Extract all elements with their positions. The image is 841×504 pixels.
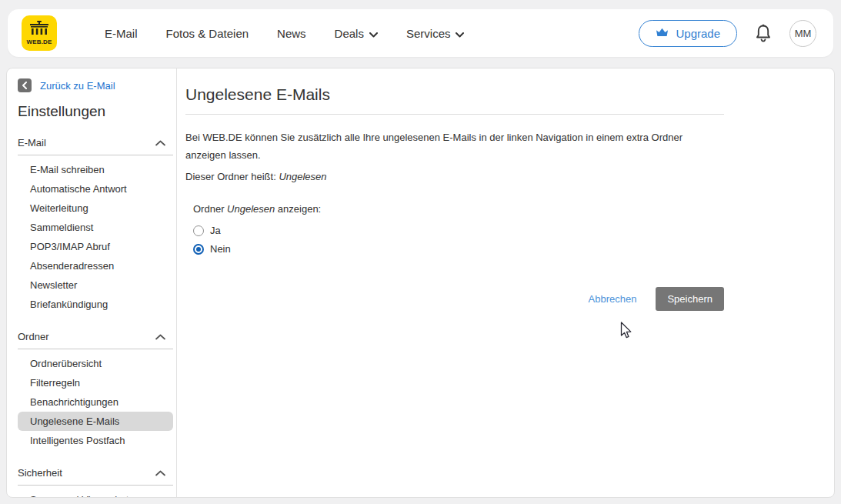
radio-option-nein[interactable]: Nein	[193, 243, 724, 255]
folder-line-prefix: Dieser Ordner heißt:	[185, 171, 279, 182]
nav-news-label: News	[277, 27, 306, 40]
user-avatar[interactable]: MM	[789, 20, 816, 47]
sidebar-item-filterregeln[interactable]: Filterregeln	[18, 373, 173, 392]
sidebar-item-sammeldienst[interactable]: Sammeldienst	[18, 218, 173, 237]
form-actions: Abbrechen Speichern	[185, 287, 724, 311]
back-arrow-icon	[18, 78, 32, 92]
section-label: E-Mail	[18, 137, 46, 149]
chevron-up-icon	[155, 137, 165, 149]
nav-deals-label: Deals	[335, 27, 364, 40]
nav-services-label: Services	[406, 27, 451, 40]
main-nav: E-Mail Fotos & Dateien News Deals Servic…	[105, 27, 464, 40]
sidebar-title: Einstellungen	[18, 103, 173, 120]
crown-icon	[656, 27, 669, 40]
settings-sidebar: Zurück zu E-Mail Einstellungen E-Mail E-…	[7, 68, 177, 497]
sidebar-item-automatische-antwort[interactable]: Automatische Antwort	[18, 179, 173, 199]
sidebar-item-intelligentes-postfach[interactable]: Intelligentes Postfach	[18, 431, 173, 450]
nav-deals[interactable]: Deals	[335, 27, 378, 40]
cancel-button[interactable]: Abbrechen	[589, 293, 637, 305]
sidebar-section-ordner: Ordner Ordnerübersicht Filterregeln Bena…	[18, 331, 173, 450]
nav-fotos-dateien[interactable]: Fotos & Dateien	[166, 27, 249, 40]
sidebar-item-spam-und-virenschutz[interactable]: Spam- und Virenschutz	[18, 490, 173, 498]
folder-name-line: Dieser Ordner heißt: Ungelesen	[185, 171, 724, 182]
radio-ja-label: Ja	[210, 225, 221, 236]
radio-label-suffix: anzeigen:	[275, 203, 321, 215]
radio-button-unchecked[interactable]	[193, 225, 204, 236]
sidebar-section-sicherheit-items: Spam- und Virenschutz Spam-Erkennung	[18, 490, 173, 498]
sidebar-item-newsletter[interactable]: Newsletter	[18, 275, 173, 295]
sidebar-item-weiterleitung[interactable]: Weiterleitung	[18, 199, 173, 218]
sidebar-section-ordner-items: Ordnerübersicht Filterregeln Benachricht…	[18, 354, 173, 450]
avatar-initials: MM	[795, 28, 812, 39]
page-title: Ungelesene E-Mails	[185, 85, 724, 115]
sidebar-item-absenderadressen[interactable]: Absenderadressen	[18, 256, 173, 275]
sidebar-section-sicherheit: Sicherheit Spam- und Virenschutz Spam-Er…	[18, 467, 173, 498]
radio-nein-label: Nein	[210, 243, 231, 255]
section-label: Sicherheit	[18, 467, 62, 479]
radio-label-prefix: Ordner	[193, 203, 227, 215]
section-label: Ordner	[18, 331, 48, 342]
sidebar-item-pop3-imap-abruf[interactable]: POP3/IMAP Abruf	[18, 237, 173, 256]
sidebar-section-email: E-Mail E-Mail schreiben Automatische Ant…	[18, 137, 173, 314]
sidebar-item-benachrichtigungen[interactable]: Benachrichtigungen	[18, 392, 173, 412]
webde-logo[interactable]: WEB.DE	[22, 15, 57, 51]
radio-group-label: Ordner Ungelesen anzeigen:	[193, 203, 724, 215]
sidebar-section-sicherheit-header[interactable]: Sicherheit	[18, 467, 173, 486]
nav-fotos-dateien-label: Fotos & Dateien	[166, 27, 249, 40]
radio-label-folder-name: Ungelesen	[227, 203, 275, 215]
sidebar-section-email-items: E-Mail schreiben Automatische Antwort We…	[18, 160, 173, 314]
settings-panel: Zurück zu E-Mail Einstellungen E-Mail E-…	[6, 68, 835, 498]
save-button[interactable]: Speichern	[656, 287, 724, 311]
radio-button-checked[interactable]	[193, 244, 204, 255]
back-to-email-link[interactable]: Zurück zu E-Mail	[18, 77, 173, 94]
nav-news[interactable]: News	[277, 27, 306, 40]
settings-content: Ungelesene E-Mails Bei WEB.DE können Sie…	[177, 68, 834, 497]
upgrade-button-label: Upgrade	[676, 27, 720, 40]
back-link-label: Zurück zu E-Mail	[40, 80, 115, 92]
brandenburg-gate-icon	[29, 21, 49, 38]
sidebar-item-ungelesene-emails[interactable]: Ungelesene E-Mails	[18, 412, 173, 431]
sidebar-item-briefankuendigung[interactable]: Briefankündigung	[18, 295, 173, 314]
top-navigation-bar: WEB.DE E-Mail Fotos & Dateien News Deals…	[8, 9, 833, 57]
sidebar-section-ordner-header[interactable]: Ordner	[18, 331, 173, 349]
nav-services[interactable]: Services	[406, 27, 465, 40]
nav-email-label: E-Mail	[105, 27, 138, 40]
header-right-group: Upgrade MM	[639, 20, 816, 47]
radio-option-ja[interactable]: Ja	[193, 225, 724, 236]
chevron-down-icon	[456, 27, 464, 40]
sidebar-item-ordneruebersicht[interactable]: Ordnerübersicht	[18, 354, 173, 373]
chevron-up-icon	[155, 331, 165, 342]
folder-name: Ungelesen	[279, 171, 326, 182]
sidebar-item-email-schreiben[interactable]: E-Mail schreiben	[18, 160, 173, 179]
notifications-bell-icon[interactable]	[754, 23, 773, 43]
chevron-up-icon	[155, 467, 165, 479]
intro-text: Bei WEB.DE können Sie zusätzlich alle Ih…	[185, 129, 718, 164]
show-folder-form: Ordner Ungelesen anzeigen: Ja Nein	[185, 203, 724, 255]
chevron-down-icon	[369, 27, 378, 40]
logo-wordmark: WEB.DE	[26, 38, 52, 45]
sidebar-section-email-header[interactable]: E-Mail	[18, 137, 173, 155]
upgrade-button[interactable]: Upgrade	[639, 20, 737, 47]
nav-email[interactable]: E-Mail	[105, 27, 138, 40]
